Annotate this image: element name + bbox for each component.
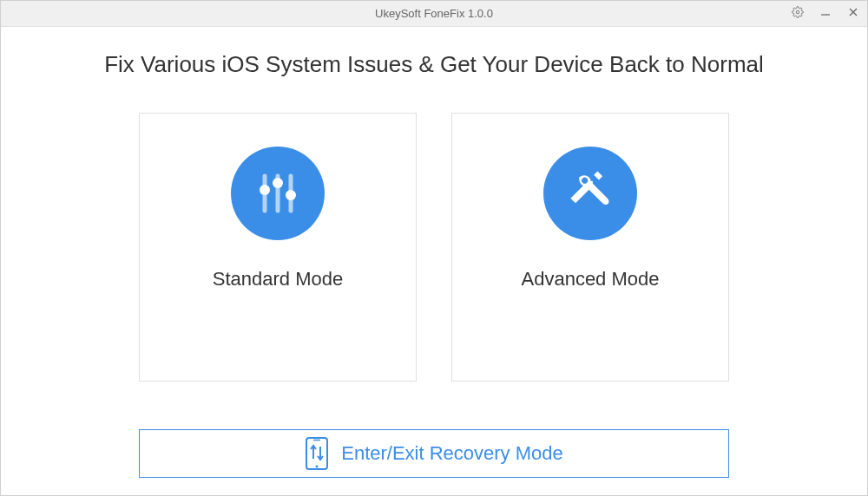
svg-point-0	[796, 10, 799, 14]
svg-point-13	[316, 466, 319, 468]
close-icon	[847, 6, 859, 22]
minimize-button[interactable]	[812, 1, 839, 27]
titlebar: UkeySoft FoneFix 1.0.0	[1, 1, 867, 27]
app-title: UkeySoft FoneFix 1.0.0	[375, 7, 493, 20]
svg-point-7	[260, 185, 270, 195]
settings-button[interactable]	[784, 1, 812, 27]
recovery-mode-button[interactable]: Enter/Exit Recovery Mode	[139, 429, 729, 478]
gear-icon	[792, 6, 804, 22]
standard-mode-card[interactable]: Standard Mode	[139, 113, 417, 382]
advanced-mode-label: Advanced Mode	[522, 268, 660, 290]
titlebar-controls	[784, 1, 867, 26]
mode-cards: Standard Mode Advanced Mode	[70, 113, 798, 417]
tools-icon	[543, 147, 637, 240]
main-content: Fix Various iOS System Issues & Get Your…	[1, 27, 867, 495]
close-button[interactable]	[839, 1, 867, 27]
svg-rect-11	[306, 438, 327, 469]
recovery-mode-label: Enter/Exit Recovery Mode	[341, 442, 563, 465]
sliders-icon	[231, 147, 325, 240]
svg-point-8	[273, 178, 283, 188]
page-title: Fix Various iOS System Issues & Get Your…	[70, 51, 798, 78]
svg-point-9	[286, 190, 296, 200]
standard-mode-label: Standard Mode	[213, 268, 343, 290]
advanced-mode-card[interactable]: Advanced Mode	[451, 113, 729, 382]
phone-arrows-icon	[305, 436, 329, 471]
minimize-icon	[819, 6, 832, 22]
